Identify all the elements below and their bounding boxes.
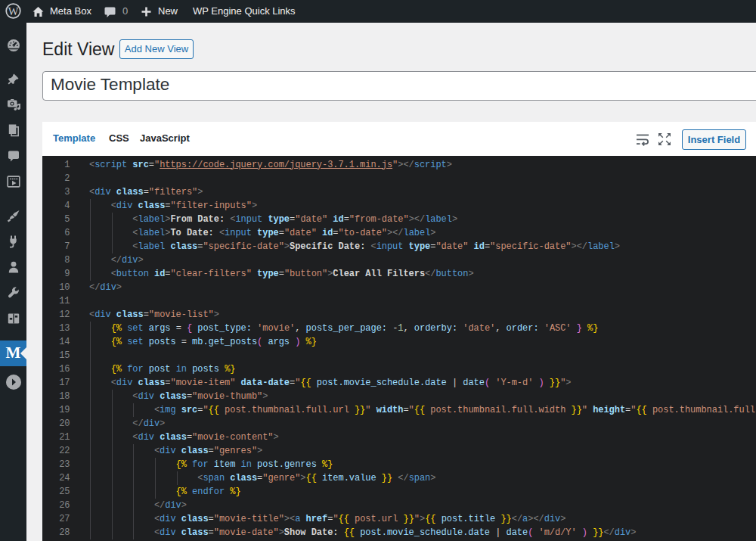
svg-text:W: W [8,5,19,17]
